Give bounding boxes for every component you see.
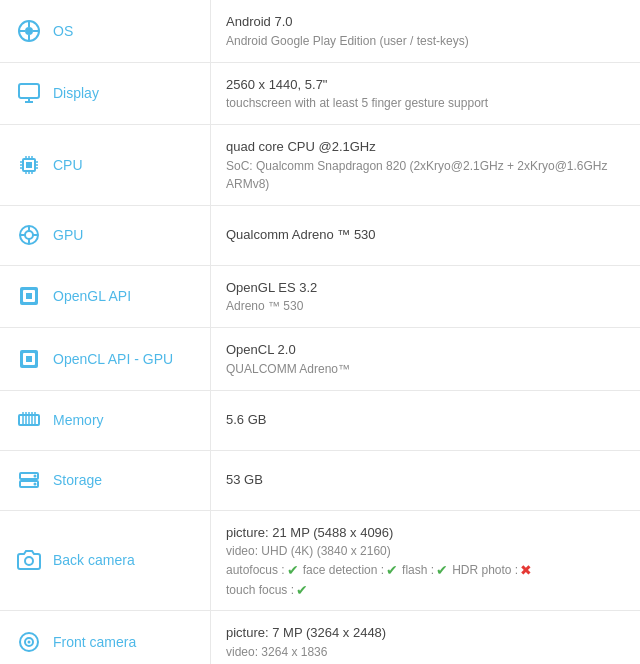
opengl-icon xyxy=(15,282,43,310)
spec-right-back-camera: picture: 21 MP (5488 x 4096)video: UHD (… xyxy=(210,511,640,611)
spec-label-opencl: OpenCL API - GPU xyxy=(53,351,173,367)
spec-table: OSAndroid 7.0Android Google Play Edition… xyxy=(0,0,640,664)
spec-left-opencl: OpenCL API - GPU xyxy=(0,328,210,390)
spec-value-main-opengl: OpenGL ES 3.2 xyxy=(226,278,625,298)
svg-point-49 xyxy=(34,483,37,486)
spec-left-os: OS xyxy=(0,0,210,62)
spec-label-front-camera: Front camera xyxy=(53,634,136,650)
spec-value-sub-os: Android Google Play Edition (user / test… xyxy=(226,32,625,50)
row-front-camera: Front camerapicture: 7 MP (3264 x 2448)v… xyxy=(0,611,640,664)
camera-status-face-detection: ✔ xyxy=(386,562,398,578)
spec-label-cpu: CPU xyxy=(53,157,83,173)
spec-label-os: OS xyxy=(53,23,73,39)
spec-label-storage: Storage xyxy=(53,472,102,488)
camera-status-flash: ✔ xyxy=(436,562,448,578)
camera-feature-face-detection: face detection : ✔ xyxy=(303,562,398,578)
row-gpu: GPUQualcomm Adreno ™ 530 xyxy=(0,206,640,266)
spec-label-back-camera: Back camera xyxy=(53,552,135,568)
row-opengl: OpenGL APIOpenGL ES 3.2Adreno ™ 530 xyxy=(0,266,640,329)
row-storage: Storage53 GB xyxy=(0,451,640,511)
spec-value-main-back-camera: picture: 21 MP (5488 x 4096) xyxy=(226,523,625,543)
camera-feature-flash: flash : ✔ xyxy=(402,562,448,578)
spec-label-memory: Memory xyxy=(53,412,104,428)
spec-left-opengl: OpenGL API xyxy=(0,266,210,328)
svg-point-48 xyxy=(34,475,37,478)
svg-rect-31 xyxy=(26,293,32,299)
spec-right-front-camera: picture: 7 MP (3264 x 2448)video: 3264 x… xyxy=(210,611,640,664)
row-os: OSAndroid 7.0Android Google Play Edition… xyxy=(0,0,640,63)
camera-feature2-touch-focus: touch focus : ✔ xyxy=(226,582,308,598)
spec-value-sub-cpu: SoC: Qualcomm Snapdragon 820 (2xKryo@2.1… xyxy=(226,157,625,193)
spec-left-memory: Memory xyxy=(0,391,210,450)
memory-icon xyxy=(15,406,43,434)
spec-container: OSAndroid 7.0Android Google Play Edition… xyxy=(0,0,640,664)
camera-status-HDR-photo: ✖ xyxy=(520,562,532,578)
row-cpu: CPUquad core CPU @2.1GHzSoC: Qualcomm Sn… xyxy=(0,125,640,206)
camera-features-row: autofocus : ✔ face detection : ✔ flash :… xyxy=(226,562,625,578)
spec-left-cpu: CPU xyxy=(0,125,210,205)
spec-value-main-gpu: Qualcomm Adreno ™ 530 xyxy=(226,225,625,245)
spec-value-main-opencl: OpenCL 2.0 xyxy=(226,340,625,360)
spec-value-sub-opencl: QUALCOMM Adreno™ xyxy=(226,360,625,378)
spec-right-display: 2560 x 1440, 5.7"touchscreen with at lea… xyxy=(210,63,640,125)
svg-point-1 xyxy=(25,27,33,35)
spec-value-sub-front-camera: video: 3264 x 1836 xyxy=(226,643,625,661)
spec-value-subline-back-camera: video: UHD (4K) (3840 x 2160) xyxy=(226,542,625,560)
spec-right-opencl: OpenCL 2.0QUALCOMM Adreno™ xyxy=(210,328,640,390)
front-camera-icon xyxy=(15,628,43,656)
row-memory: Memory5.6 GB xyxy=(0,391,640,451)
row-display: Display2560 x 1440, 5.7"touchscreen with… xyxy=(0,63,640,126)
camera-icon xyxy=(15,546,43,574)
spec-label-gpu: GPU xyxy=(53,227,83,243)
spec-left-gpu: GPU xyxy=(0,206,210,265)
camera-status-autofocus: ✔ xyxy=(287,562,299,578)
spec-value-sub-opengl: Adreno ™ 530 xyxy=(226,297,625,315)
svg-rect-34 xyxy=(26,356,32,362)
spec-left-back-camera: Back camera xyxy=(0,511,210,611)
row-back-camera: Back camerapicture: 21 MP (5488 x 4096)v… xyxy=(0,511,640,612)
spec-right-os: Android 7.0Android Google Play Edition (… xyxy=(210,0,640,62)
spec-left-display: Display xyxy=(0,63,210,125)
spec-value-main-storage: 53 GB xyxy=(226,470,625,490)
spec-value-main-os: Android 7.0 xyxy=(226,12,625,32)
opencl-icon xyxy=(15,345,43,373)
gpu-icon xyxy=(15,221,43,249)
spec-value-main-front-camera: picture: 7 MP (3264 x 2448) xyxy=(226,623,625,643)
camera-features2-row: touch focus : ✔ xyxy=(226,582,625,598)
svg-point-53 xyxy=(28,640,31,643)
spec-left-front-camera: Front camera xyxy=(0,611,210,664)
camera-feature-autofocus: autofocus : ✔ xyxy=(226,562,299,578)
cpu-icon xyxy=(15,151,43,179)
spec-value-main-memory: 5.6 GB xyxy=(226,410,625,430)
spec-value-main-display: 2560 x 1440, 5.7" xyxy=(226,75,625,95)
spec-value-sub-display: touchscreen with at least 5 finger gestu… xyxy=(226,94,625,112)
spec-left-storage: Storage xyxy=(0,451,210,510)
display-icon xyxy=(15,79,43,107)
storage-icon xyxy=(15,466,43,494)
svg-point-24 xyxy=(25,231,33,239)
spec-right-memory: 5.6 GB xyxy=(210,391,640,450)
spec-right-storage: 53 GB xyxy=(210,451,640,510)
row-opencl: OpenCL API - GPUOpenCL 2.0QUALCOMM Adren… xyxy=(0,328,640,391)
spec-label-opengl: OpenGL API xyxy=(53,288,131,304)
svg-rect-22 xyxy=(26,162,32,168)
spec-value-main-cpu: quad core CPU @2.1GHz xyxy=(226,137,625,157)
camera-feature-HDR-photo: HDR photo : ✖ xyxy=(452,562,532,578)
spec-right-gpu: Qualcomm Adreno ™ 530 xyxy=(210,206,640,265)
spec-right-cpu: quad core CPU @2.1GHzSoC: Qualcomm Snapd… xyxy=(210,125,640,205)
spec-label-display: Display xyxy=(53,85,99,101)
svg-point-50 xyxy=(25,557,33,565)
camera-status2-touch-focus: ✔ xyxy=(296,582,308,598)
os-icon xyxy=(15,17,43,45)
svg-rect-6 xyxy=(19,84,39,98)
spec-right-opengl: OpenGL ES 3.2Adreno ™ 530 xyxy=(210,266,640,328)
